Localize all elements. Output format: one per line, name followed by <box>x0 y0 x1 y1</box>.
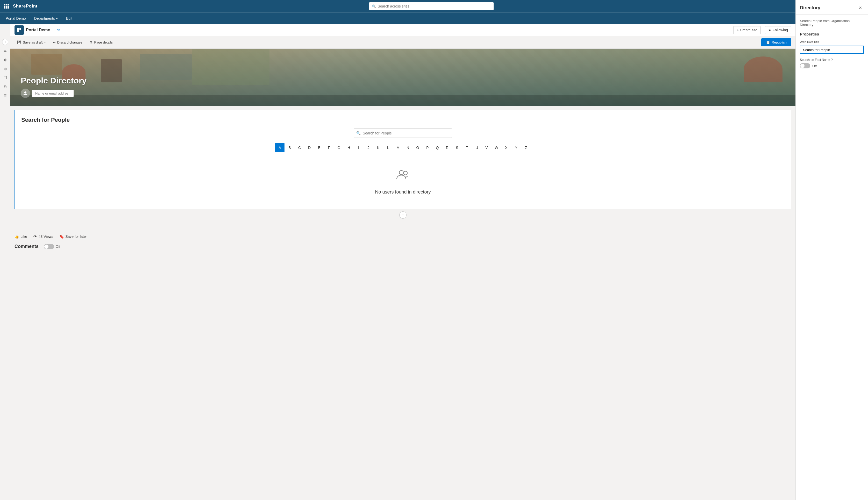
alpha-btn-w[interactable]: W <box>492 143 501 152</box>
site-nav: Portal Demo Departments ▾ Edit <box>0 12 868 24</box>
alpha-btn-g[interactable]: G <box>334 143 344 152</box>
page-edit-link[interactable]: Edit <box>54 28 60 32</box>
svg-rect-10 <box>17 28 19 30</box>
alpha-btn-x[interactable]: X <box>502 143 511 152</box>
comments-row: Comments Off <box>14 244 791 249</box>
add-section-top-button[interactable]: + <box>2 39 8 45</box>
move-webpart-button[interactable]: ✥ <box>1 56 9 64</box>
alpha-btn-h[interactable]: H <box>344 143 353 152</box>
panel-body: Search People from Organization Director… <box>796 15 868 75</box>
transform-webpart-button[interactable]: ⊕ <box>1 65 9 73</box>
panel-description: Search People from Organization Director… <box>800 19 864 27</box>
svg-rect-4 <box>6 6 7 7</box>
search-first-name-label: Search on First Name ? <box>800 58 864 62</box>
svg-rect-12 <box>17 30 19 32</box>
alpha-btn-j[interactable]: J <box>364 143 373 152</box>
site-nav-portal-demo[interactable]: Portal Demo <box>4 15 27 22</box>
hero-title: People Directory <box>21 76 87 86</box>
svg-rect-11 <box>20 28 21 30</box>
alpha-btn-t[interactable]: T <box>462 143 471 152</box>
no-users-area: No users found in directory <box>21 160 785 203</box>
global-search-input[interactable] <box>369 2 494 10</box>
create-site-button[interactable]: + Create site <box>733 26 761 34</box>
search-first-name-toggle-row: Off <box>800 63 864 68</box>
alpha-btn-b[interactable]: B <box>285 143 294 152</box>
alpha-btn-r[interactable]: R <box>443 143 452 152</box>
site-nav-departments[interactable]: Departments ▾ <box>33 15 59 22</box>
alpha-btn-q[interactable]: Q <box>433 143 442 152</box>
alphabet-filter-row: ABCDEFGHIJKLMNOPQRSTUVWXYZ <box>21 143 785 152</box>
edit-toolbar: 💾 Save as draft ▾ ↩ Discard changes ⚙ Pa… <box>10 36 796 49</box>
delete-webpart-button[interactable]: 🗑 <box>1 91 9 100</box>
people-search-wrapper: 🔍 <box>354 128 452 138</box>
alpha-btn-l[interactable]: L <box>384 143 393 152</box>
republish-icon: 📋 <box>766 41 770 44</box>
search-first-name-field-group: Search on First Name ? Off <box>800 58 864 68</box>
right-panel: Directory ✕ Search People from Organizat… <box>796 0 868 500</box>
site-title: Portal Demo <box>26 28 50 32</box>
following-button[interactable]: ★ Following <box>765 26 791 34</box>
comments-section: Comments Off <box>10 244 796 254</box>
properties-section-title: Properties <box>800 32 864 36</box>
save-later-icon: 🔖 <box>59 235 64 239</box>
svg-rect-3 <box>4 6 5 7</box>
add-section-bottom-row: + <box>14 209 791 221</box>
waffle-icon[interactable] <box>3 3 10 10</box>
like-button[interactable]: 👍 Like <box>14 235 27 239</box>
site-branding: Portal Demo Edit <box>14 25 60 35</box>
alpha-btn-o[interactable]: O <box>413 143 422 152</box>
site-nav-edit[interactable]: Edit <box>65 15 74 22</box>
republish-button[interactable]: 📋 Republish <box>761 38 791 46</box>
people-search-input[interactable] <box>354 128 452 138</box>
alpha-btn-y[interactable]: Y <box>512 143 521 152</box>
alpha-btn-f[interactable]: F <box>324 143 334 152</box>
duplicate-webpart-button[interactable]: ❏ <box>1 73 9 82</box>
alpha-btn-p[interactable]: P <box>423 143 432 152</box>
hero-section: People Directory <box>10 49 796 106</box>
svg-rect-2 <box>8 4 9 5</box>
hero-background <box>10 49 796 106</box>
alpha-btn-i[interactable]: I <box>354 143 363 152</box>
web-part-title: Search for People <box>21 116 785 123</box>
web-part-title-field[interactable] <box>800 46 864 54</box>
alpha-btn-m[interactable]: M <box>393 143 403 152</box>
alpha-btn-c[interactable]: C <box>295 143 304 152</box>
alpha-btn-d[interactable]: D <box>305 143 314 152</box>
save-for-later-button[interactable]: 🔖 Save for later <box>59 235 87 239</box>
search-first-name-toggle-label: Off <box>812 64 817 68</box>
comments-toggle[interactable]: Off <box>44 244 60 249</box>
page-header-bar: Portal Demo Edit + Create site ★ Followi… <box>10 24 796 36</box>
page-details-button[interactable]: ⚙ Page details <box>87 39 115 46</box>
comments-toggle-thumb <box>44 245 48 249</box>
svg-rect-8 <box>8 7 9 9</box>
content-area: Portal Demo Edit + Create site ★ Followi… <box>10 24 796 254</box>
alpha-btn-a[interactable]: A <box>275 143 285 152</box>
top-nav: SharePoint 🔍 🔔 ⚙ ? <box>0 0 868 12</box>
web-part-title-field-group: Web Part Title <box>800 41 864 58</box>
alpha-btn-k[interactable]: K <box>374 143 383 152</box>
panel-title: Directory <box>800 5 820 11</box>
content-divider <box>14 225 791 225</box>
alpha-btn-e[interactable]: E <box>315 143 324 152</box>
alpha-btn-n[interactable]: N <box>403 143 412 152</box>
add-section-bottom-button[interactable]: + <box>399 212 407 219</box>
svg-rect-5 <box>8 6 9 7</box>
left-toolbar: + ✏ ✥ ⊕ ❏ ⎘ 🗑 <box>0 36 10 101</box>
search-first-name-toggle[interactable] <box>800 63 810 68</box>
alpha-btn-v[interactable]: V <box>482 143 491 152</box>
alpha-btn-u[interactable]: U <box>472 143 481 152</box>
copy-webpart-button[interactable]: ⎘ <box>1 82 9 91</box>
svg-rect-6 <box>4 7 5 9</box>
panel-close-button[interactable]: ✕ <box>857 4 864 11</box>
save-as-draft-button[interactable]: 💾 Save as draft ▾ <box>14 39 48 46</box>
people-directory-webpart: Search for People 🔍 ABCDEFGHIJKLMNOPQRST… <box>14 110 791 209</box>
comments-toggle-track[interactable] <box>44 244 54 249</box>
alpha-btn-s[interactable]: S <box>453 143 462 152</box>
comments-title: Comments <box>14 244 38 249</box>
hero-overlay: People Directory <box>21 76 87 98</box>
brand-name[interactable]: SharePoint <box>13 4 37 9</box>
discard-changes-button[interactable]: ↩ Discard changes <box>50 39 85 46</box>
edit-webpart-button[interactable]: ✏ <box>1 47 9 55</box>
hero-search-input[interactable] <box>32 90 73 97</box>
alpha-btn-z[interactable]: Z <box>521 143 530 152</box>
